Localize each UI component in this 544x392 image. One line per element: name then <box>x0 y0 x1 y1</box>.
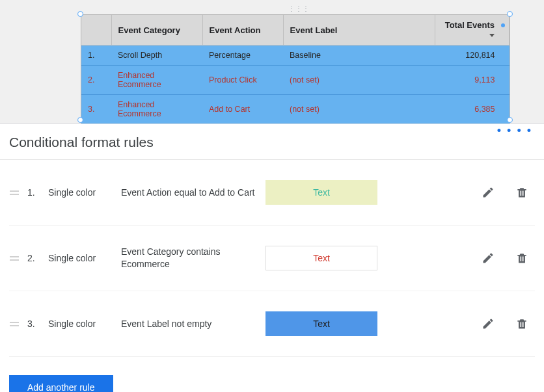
rule-index: 3. <box>27 319 40 329</box>
trash-icon <box>515 317 528 330</box>
col-header-total-label: Total Events <box>445 20 495 30</box>
row-index: 1. <box>81 46 111 66</box>
cell-action: Product Click <box>202 66 283 95</box>
cell-total: 9,113 <box>435 66 510 95</box>
pencil-icon <box>482 252 495 265</box>
rule-condition: Event Action equal to Add to Cart <box>121 187 258 199</box>
rule-condition: Event Category contains Ecommerce <box>121 246 258 270</box>
edit-rule-button[interactable] <box>475 311 501 337</box>
conditional-format-panel: • • • • Conditional format rules 1.Singl… <box>0 124 544 392</box>
pencil-icon <box>482 186 495 199</box>
table-row[interactable]: 2.Enhanced EcommerceProduct Click(not se… <box>81 66 510 95</box>
rule-preview: Text <box>265 180 377 205</box>
resize-handle-bottom-left[interactable] <box>77 117 83 123</box>
rule-row: 1.Single colorEvent Action equal to Add … <box>9 160 535 226</box>
rule-type: Single color <box>48 187 113 198</box>
trash-icon <box>515 186 528 199</box>
pencil-icon <box>482 317 495 330</box>
cell-category: Scroll Depth <box>111 46 202 66</box>
cell-total: 120,814 <box>435 46 510 66</box>
rule-row: 2.Single colorEvent Category contains Ec… <box>9 226 535 291</box>
col-header-action[interactable]: Event Action <box>202 15 283 46</box>
drag-handle-icon[interactable] <box>9 256 20 261</box>
data-table-widget[interactable]: Event Category Event Action Event Label … <box>81 14 510 124</box>
delete-rule-button[interactable] <box>509 245 535 271</box>
rule-index: 2. <box>27 253 40 263</box>
table-row[interactable]: 1.Scroll DepthPercentageBaseline120,814 <box>81 46 510 66</box>
rule-preview: Text <box>265 311 377 336</box>
edit-rule-button[interactable] <box>475 179 501 205</box>
sort-desc-icon <box>489 34 495 37</box>
resize-handle-top-left[interactable] <box>77 11 83 17</box>
trash-icon <box>515 252 528 265</box>
table-row[interactable]: 3.Enhanced EcommerceAdd to Cart(not set)… <box>81 95 510 124</box>
rule-preview: Text <box>265 246 377 270</box>
panel-header: Conditional format rules <box>0 124 544 160</box>
cell-label: (not set) <box>283 66 435 95</box>
rule-type: Single color <box>48 319 113 329</box>
cell-category: Enhanced Ecommerce <box>111 66 202 95</box>
rule-condition: Event Label not empty <box>121 318 258 330</box>
rule-type: Single color <box>48 253 113 263</box>
col-header-category[interactable]: Event Category <box>111 15 202 46</box>
cell-action: Add to Cart <box>202 95 283 124</box>
resize-handle-top-right[interactable] <box>507 11 513 17</box>
add-rule-button[interactable]: Add another rule <box>9 375 113 392</box>
rule-index: 1. <box>27 187 40 198</box>
cell-label: Baseline <box>283 46 435 66</box>
col-header-label[interactable]: Event Label <box>283 15 435 46</box>
cell-total: 6,385 <box>435 95 510 124</box>
cell-category: Enhanced Ecommerce <box>111 95 202 124</box>
panel-title: Conditional format rules <box>9 135 154 150</box>
col-header-total[interactable]: Total Events <box>435 15 510 46</box>
row-index: 3. <box>81 95 111 124</box>
drag-handle-icon[interactable] <box>9 190 20 195</box>
delete-rule-button[interactable] <box>509 179 535 205</box>
cell-label: (not set) <box>283 95 435 124</box>
resize-handle-bottom-right[interactable] <box>507 117 513 123</box>
delete-rule-button[interactable] <box>509 311 535 337</box>
grip-handle-icon[interactable]: ⋮⋮⋮ <box>288 5 300 12</box>
row-index: 2. <box>81 66 111 95</box>
data-table: Event Category Event Action Event Label … <box>81 15 510 124</box>
edit-rule-button[interactable] <box>475 245 501 271</box>
sort-indicator-dot-icon <box>501 23 505 27</box>
rule-row: 3.Single colorEvent Label not emptyText <box>9 291 535 357</box>
cell-action: Percentage <box>202 46 283 66</box>
col-header-index[interactable] <box>81 15 111 46</box>
canvas-area: ⋮⋮⋮ Event Category Event Action Event La… <box>0 0 544 124</box>
drag-handle-icon[interactable] <box>9 322 20 326</box>
